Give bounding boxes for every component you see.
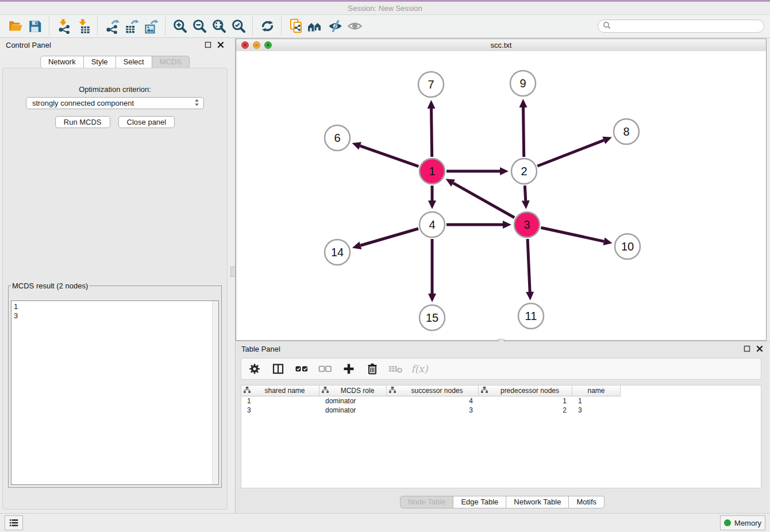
graph-edge-2-3[interactable] bbox=[525, 186, 525, 201]
table-row[interactable]: 1dominator411 bbox=[241, 396, 761, 406]
graph-node-6[interactable]: 6 bbox=[325, 125, 350, 151]
graph-node-15[interactable]: 15 bbox=[419, 305, 445, 330]
tab-network-table[interactable]: Network Table bbox=[506, 496, 569, 508]
tab-edge-table[interactable]: Edge Table bbox=[453, 496, 506, 508]
graph-edge-2-9[interactable] bbox=[523, 107, 524, 157]
graph-edge-1-6[interactable] bbox=[360, 146, 419, 167]
column-type-icon bbox=[481, 387, 488, 395]
close-panel-icon[interactable] bbox=[217, 41, 224, 49]
graph-edge-3-11[interactable] bbox=[528, 239, 530, 292]
window-title: Session: New Session bbox=[348, 4, 422, 13]
control-panel-header: Control Panel bbox=[0, 38, 230, 52]
delete-table-icon[interactable] bbox=[388, 361, 403, 376]
graph-edge-4-14[interactable] bbox=[360, 229, 418, 245]
save-session-icon[interactable] bbox=[25, 18, 45, 35]
delete-column-icon[interactable] bbox=[365, 361, 380, 376]
graph-node-7[interactable]: 7 bbox=[418, 72, 444, 97]
graph-node-11[interactable]: 11 bbox=[518, 303, 544, 329]
graph-edge-1-7[interactable] bbox=[432, 109, 432, 157]
column-header-name[interactable]: name bbox=[572, 385, 621, 396]
tab-mcds[interactable]: MCDS bbox=[152, 56, 190, 68]
search-input[interactable] bbox=[614, 22, 759, 31]
column-type-icon bbox=[322, 387, 329, 395]
cell-shared-name: 3 bbox=[241, 406, 319, 414]
mcds-result-box: MCDS result (2 nodes) 13 bbox=[8, 282, 222, 488]
graph-node-10[interactable]: 10 bbox=[615, 234, 640, 259]
graph-edge-3-10[interactable] bbox=[541, 228, 604, 241]
table-body: 1dominator4113dominator323 bbox=[241, 396, 761, 415]
float-panel-icon[interactable] bbox=[204, 41, 211, 49]
node-table[interactable]: shared nameMCDS rolesuccessor nodesprede… bbox=[241, 385, 761, 488]
clone-network-icon[interactable] bbox=[286, 18, 306, 35]
select-all-columns-icon[interactable] bbox=[294, 361, 309, 376]
export-table-icon[interactable] bbox=[122, 18, 141, 35]
zoom-out-icon[interactable] bbox=[190, 18, 209, 35]
main-toolbar bbox=[0, 15, 770, 38]
graph-node-9[interactable]: 9 bbox=[510, 71, 536, 96]
network-window-title: scc.txt bbox=[491, 41, 512, 49]
column-header-successor-nodes[interactable]: successor nodes bbox=[387, 385, 479, 396]
apply-preferred-layout-icon[interactable] bbox=[257, 18, 277, 35]
task-history-button[interactable] bbox=[5, 515, 23, 530]
zoom-fit-content-icon[interactable] bbox=[209, 18, 229, 35]
hide-selected-icon[interactable] bbox=[325, 18, 345, 35]
deselect-all-columns-icon[interactable] bbox=[318, 361, 333, 376]
add-column-icon[interactable] bbox=[341, 361, 356, 376]
tab-select[interactable]: Select bbox=[116, 56, 152, 68]
graph-node-2[interactable]: 2 bbox=[511, 159, 537, 184]
export-network-icon[interactable] bbox=[102, 18, 122, 35]
table-options-gear-icon[interactable] bbox=[247, 361, 262, 376]
graph-edge-2-8[interactable] bbox=[537, 140, 604, 166]
tab-motifs[interactable]: Motifs bbox=[569, 496, 605, 508]
tab-style[interactable]: Style bbox=[84, 56, 116, 68]
graph-node-label: 7 bbox=[428, 78, 434, 91]
window-close-icon[interactable]: ✕ bbox=[241, 41, 249, 49]
column-type-icon bbox=[389, 387, 396, 395]
graph-node-8[interactable]: 8 bbox=[614, 119, 639, 144]
window-maximize-icon[interactable]: + bbox=[264, 41, 272, 49]
splitter-handle[interactable] bbox=[230, 267, 236, 277]
open-session-icon[interactable] bbox=[6, 18, 25, 35]
table-row[interactable]: 3dominator323 bbox=[241, 406, 761, 415]
graph-node-label: 14 bbox=[331, 246, 344, 259]
zoom-in-icon[interactable] bbox=[170, 18, 190, 35]
close-panel-icon[interactable] bbox=[756, 345, 763, 353]
graph-node-14[interactable]: 14 bbox=[325, 240, 350, 265]
column-header-shared-name[interactable]: shared name bbox=[241, 385, 319, 396]
function-builder-icon[interactable]: f(x) bbox=[412, 361, 427, 376]
first-neighbors-icon[interactable] bbox=[306, 18, 325, 35]
memory-status-icon bbox=[724, 519, 731, 526]
vertical-splitter[interactable] bbox=[230, 38, 236, 513]
window-minimize-icon[interactable]: − bbox=[253, 41, 260, 49]
show-column-icon[interactable] bbox=[271, 361, 286, 376]
graph-edge-3-1[interactable] bbox=[453, 183, 515, 218]
graph-node-label: 9 bbox=[519, 77, 526, 90]
import-network-from-file-icon[interactable] bbox=[54, 18, 74, 35]
float-panel-icon[interactable] bbox=[743, 345, 750, 353]
run-mcds-button[interactable]: Run MCDS bbox=[55, 116, 110, 128]
column-header-label: shared name bbox=[253, 387, 317, 395]
column-header-MCDS-role[interactable]: MCDS role bbox=[319, 385, 387, 396]
tab-node-table[interactable]: Node Table bbox=[400, 496, 454, 508]
graph-node-1[interactable]: 1 bbox=[419, 159, 445, 184]
column-header-predecessor-nodes[interactable]: predecessor nodes bbox=[479, 385, 572, 396]
chevron-up-down-icon bbox=[194, 98, 200, 109]
mcds-result-text[interactable]: 13 bbox=[11, 300, 219, 485]
tab-network[interactable]: Network bbox=[40, 56, 84, 68]
cell-predecessor-nodes: 2 bbox=[479, 406, 572, 414]
export-image-icon[interactable] bbox=[141, 18, 161, 35]
memory-label: Memory bbox=[734, 519, 761, 527]
show-all-hidden-icon[interactable] bbox=[345, 18, 364, 35]
network-canvas[interactable]: 7968124314101511 bbox=[236, 51, 766, 340]
graph-node-3[interactable]: 3 bbox=[514, 212, 540, 237]
import-table-from-file-icon[interactable] bbox=[74, 18, 93, 35]
result-line: 1 bbox=[14, 302, 216, 311]
result-scrollbar[interactable] bbox=[212, 301, 218, 484]
search-field[interactable] bbox=[598, 20, 764, 33]
close-panel-button[interactable]: Close panel bbox=[118, 116, 175, 128]
memory-button[interactable]: Memory bbox=[720, 515, 765, 530]
zoom-selected-region-icon[interactable] bbox=[229, 18, 248, 35]
graph-node-label: 8 bbox=[623, 125, 629, 138]
graph-node-4[interactable]: 4 bbox=[419, 212, 445, 237]
criterion-select[interactable]: strongly connected component bbox=[26, 97, 204, 109]
